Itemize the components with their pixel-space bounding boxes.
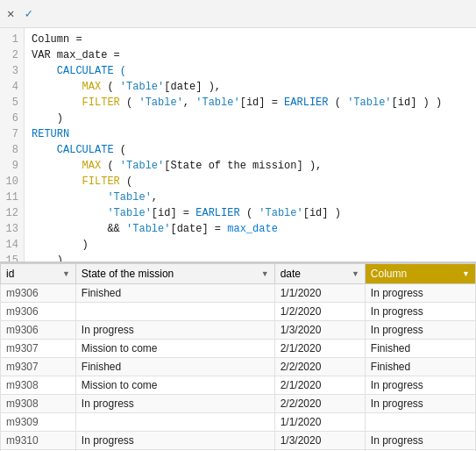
table-cell-id: m9309 <box>1 413 76 432</box>
code-segment: MAX <box>32 160 101 172</box>
dropdown-icon[interactable]: ▼ <box>352 269 359 278</box>
table-cell-id: m9308 <box>1 376 76 395</box>
table-column-header[interactable]: id▼ <box>1 264 76 284</box>
table-column-header[interactable]: date▼ <box>274 264 365 284</box>
code-segment: ( <box>114 144 126 156</box>
table-cell-state: Mission to come <box>75 376 274 395</box>
code-segment: Column = <box>32 33 89 46</box>
code-segment: ) <box>32 112 63 125</box>
table-cell-date: 1/3/2020 <box>274 321 365 340</box>
code-line: MAX ( 'Table'[State of the mission] ), <box>32 158 469 174</box>
table-column-header[interactable]: Column▼ <box>365 264 475 284</box>
code-segment: 'Table' <box>107 207 151 219</box>
table-cell-state: In progress <box>75 432 274 450</box>
code-line: && 'Table'[date] = max_date <box>32 221 469 237</box>
code-segment: 'Table' <box>126 223 170 235</box>
table-cell-column: In progress <box>365 321 475 340</box>
table-cell-state: In progress <box>75 395 274 413</box>
table-cell-id: m9306 <box>1 303 76 321</box>
table-cell-date: 1/1/2020 <box>274 284 365 303</box>
table-cell-state <box>75 413 274 432</box>
table-row: m9306In progress1/3/2020In progress <box>1 321 476 340</box>
code-segment: 'Table' <box>259 207 302 219</box>
code-segment: ( <box>240 207 259 219</box>
table-cell-column: In progress <box>365 284 475 303</box>
table-row: m93061/2/2020In progress <box>1 303 476 321</box>
dropdown-icon[interactable]: ▼ <box>62 269 70 278</box>
code-editor: 123456789101112131415 Column = VAR max_d… <box>0 28 476 263</box>
code-segment: 'Table' <box>107 191 151 204</box>
code-segment: MAX <box>32 81 101 93</box>
line-number: 14 <box>5 237 18 253</box>
table-column-header[interactable]: State of the mission▼ <box>75 264 274 284</box>
code-segment: CALCULATE ( <box>32 65 126 77</box>
line-number: 3 <box>5 63 18 79</box>
table-cell-column: Finished <box>365 340 475 358</box>
code-segment <box>32 207 107 219</box>
dropdown-icon[interactable]: ▼ <box>261 269 269 278</box>
line-number: 10 <box>5 174 18 190</box>
code-line: CALCULATE ( <box>32 63 469 79</box>
table-cell-id: m9307 <box>1 340 76 358</box>
table-cell-date: 2/2/2020 <box>274 395 365 413</box>
table-row: m9307Finished2/2/2020Finished <box>1 358 476 376</box>
line-number: 4 <box>5 79 18 95</box>
code-segment: FILTER <box>32 175 120 188</box>
table-body: m9306Finished1/1/2020In progressm93061/2… <box>1 284 476 452</box>
table-cell-date: 1/1/2020 <box>274 413 365 432</box>
code-segment <box>32 191 107 204</box>
code-line: 'Table'[id] = EARLIER ( 'Table'[id] ) <box>32 205 469 221</box>
dropdown-icon[interactable]: ▼ <box>462 269 470 278</box>
table-row: m9310In progress1/3/2020In progress <box>1 432 476 450</box>
code-line: ) <box>32 253 469 261</box>
code-segment: && <box>32 223 126 235</box>
table-cell-column: In progress <box>365 376 475 395</box>
table-cell-date: 1/3/2020 <box>274 432 365 450</box>
line-number: 11 <box>5 190 18 205</box>
code-line: ) <box>32 237 469 253</box>
close-icon[interactable]: ✕ <box>7 6 14 21</box>
line-number: 5 <box>5 95 18 111</box>
line-numbers: 123456789101112131415 <box>0 28 25 261</box>
code-segment: 'Table' <box>347 97 391 109</box>
line-number: 9 <box>5 158 18 174</box>
code-segment: ( <box>120 175 132 188</box>
code-segment: [id] = <box>152 207 195 219</box>
code-segment: ) <box>32 239 89 251</box>
table-cell-id: m9310 <box>1 432 76 450</box>
code-segment: ( <box>101 160 120 172</box>
code-segment: , <box>183 97 195 109</box>
line-number: 7 <box>5 126 18 142</box>
table-cell-column <box>365 413 475 432</box>
table-row: m9308In progress2/2/2020In progress <box>1 395 476 413</box>
table-row: m93091/1/2020 <box>1 413 476 432</box>
code-segment: [id] ) ) <box>392 97 443 109</box>
code-segment: 'Table' <box>120 81 164 93</box>
code-line: Column = <box>32 32 469 47</box>
code-segment: 'Table' <box>195 97 239 109</box>
code-segment: 'Table' <box>120 160 164 172</box>
table-cell-column: In progress <box>365 395 475 413</box>
line-number: 13 <box>5 221 18 237</box>
confirm-icon[interactable]: ✓ <box>25 6 32 21</box>
line-number: 1 <box>5 32 18 47</box>
table-cell-column: In progress <box>365 303 475 321</box>
code-line: RETURN <box>32 126 469 142</box>
code-line: VAR max_date = <box>32 47 469 63</box>
table-cell-column: In progress <box>365 432 475 450</box>
code-line: CALCULATE ( <box>32 142 469 158</box>
table-row: m9308Mission to come2/1/2020In progress <box>1 376 476 395</box>
table-header: id▼State of the mission▼date▼Column▼ <box>1 264 476 284</box>
code-segment: [State of the mission] ), <box>164 160 322 172</box>
table-cell-state: Mission to come <box>75 340 274 358</box>
code-segment: ( <box>120 97 139 109</box>
code-segment: [id] = <box>240 97 284 109</box>
line-number: 6 <box>5 111 18 126</box>
code-segment: EARLIER <box>195 207 239 219</box>
code-segment: [date] ), <box>164 81 221 93</box>
table-cell-state: In progress <box>75 321 274 340</box>
code-segment: max_date <box>227 223 278 235</box>
code-content[interactable]: Column = VAR max_date = CALCULATE ( MAX … <box>25 28 476 261</box>
code-segment: [id] ) <box>303 207 341 219</box>
line-number: 12 <box>5 205 18 221</box>
